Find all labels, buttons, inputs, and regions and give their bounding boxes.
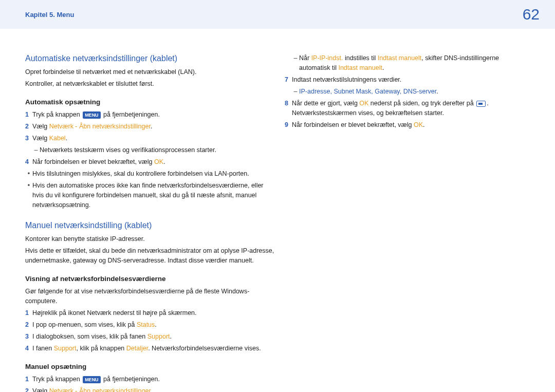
right-step-6-dash: – Når IP-IP-indst. indstilles til Indtas…	[285, 53, 530, 73]
view-step-1: 1 Højreklik på ikonet Netværk nederst ti…	[25, 308, 275, 318]
right-column: – Når IP-IP-indst. indstilles til Indtas…	[285, 53, 530, 392]
display-button-icon	[476, 101, 486, 107]
section-auto-title: Automatiske netværksindstillinger (kable…	[25, 53, 275, 63]
page-body: Automatiske netværksindstillinger (kable…	[0, 29, 555, 392]
section-manual-title: Manuel netværksindstilling (kablet)	[25, 220, 275, 230]
manual-step-2: 2 Vælg Netværk - Åbn netværksindstilling…	[25, 386, 275, 392]
page-header: Kapitel 5. Menu 62	[0, 0, 555, 29]
auto-step-3-dash: – Netværkets testskærm vises og verifika…	[25, 145, 275, 155]
right-step-9: 9 Når forbindelsen er blevet bekræftet, …	[285, 120, 530, 130]
view-values-intro: Gør følgende for at vise netværksforbind…	[25, 287, 275, 306]
auto-step-3: 3 Vælg Kabel.	[25, 134, 275, 143]
chapter-label: Kapitel 5. Menu	[25, 11, 74, 18]
auto-intro-1: Opret forbindelse til netværket med et n…	[25, 67, 275, 77]
menu-chip-icon: MENU	[83, 376, 101, 383]
auto-bullet-1: • Hvis tilslutningen mislykkes, skal du …	[25, 169, 275, 179]
auto-bullet-2: • Hvis den automatiske proces ikke kan f…	[25, 181, 275, 210]
auto-step-4: 4 Når forbindelsen er blevet bekræftet, …	[25, 157, 275, 167]
manual-setup-title: Manuel opsætning	[25, 362, 275, 371]
right-step-7-dash: – IP-adresse, Subnet Mask, Gateway, DNS-…	[285, 87, 530, 97]
auto-step-2: 2 Vælg Netværk - Åbn netværksindstilling…	[25, 122, 275, 132]
page-number: 62	[523, 6, 540, 23]
auto-step-1: 1 Tryk på knappen MENU på fjernbetjening…	[25, 110, 275, 120]
auto-setup-title: Automatisk opsætning	[25, 97, 275, 107]
view-step-2: 2 I pop op-menuen, som vises, klik på St…	[25, 320, 275, 330]
view-values-title: Visning af netværksforbindelsesværdierne	[25, 274, 275, 284]
menu-chip-icon: MENU	[83, 111, 101, 119]
manual-intro-2: Hvis dette er tilfældet, skal du bede di…	[25, 246, 275, 266]
manual-intro-1: Kontorer kan benytte statiske IP-adresse…	[25, 234, 275, 244]
view-step-4: 4 I fanen Support, klik på knappen Detal…	[25, 344, 275, 353]
auto-intro-2: Kontroller, at netværkskablet er tilslut…	[25, 79, 275, 89]
left-column: Automatiske netværksindstillinger (kable…	[25, 53, 275, 392]
manual-step-1: 1 Tryk på knappen MENU på fjernbetjening…	[25, 375, 275, 384]
view-step-3: 3 I dialogboksen, som vises, klik på fan…	[25, 332, 275, 342]
right-step-8: 8 Når dette er gjort, vælg OK nederst på…	[285, 99, 530, 118]
right-step-7: 7 Indtast netværkstilslutningens værdier…	[285, 75, 530, 85]
